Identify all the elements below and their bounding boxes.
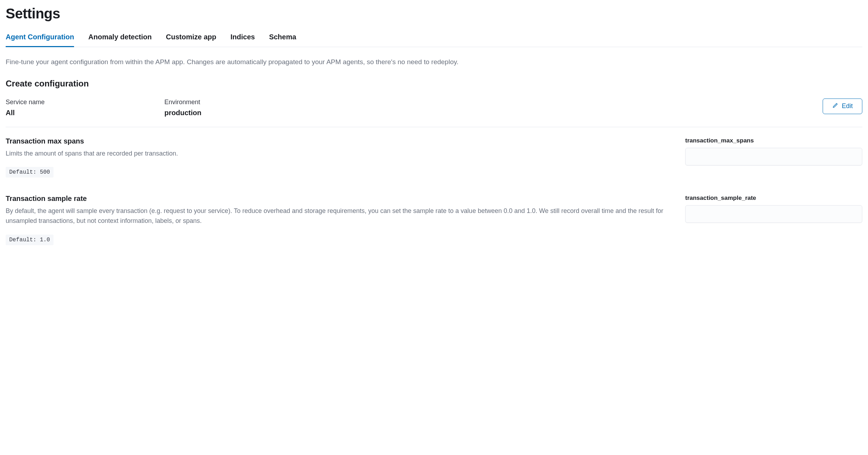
environment-label: Environment bbox=[164, 99, 806, 106]
tab-agent-configuration[interactable]: Agent Configuration bbox=[6, 33, 74, 47]
page-title: Settings bbox=[6, 6, 862, 22]
default-badge: Default: 1.0 bbox=[6, 235, 53, 245]
tab-indices[interactable]: Indices bbox=[230, 33, 255, 47]
setting-transaction-max-spans: Transaction max spans Limits the amount … bbox=[6, 137, 862, 178]
setting-title: Transaction max spans bbox=[6, 137, 668, 145]
service-name-value: All bbox=[6, 109, 147, 117]
config-summary: Service name All Environment production … bbox=[6, 99, 862, 127]
environment-value: production bbox=[164, 109, 806, 117]
environment-block: Environment production bbox=[164, 99, 806, 117]
settings-tabs: Agent Configuration Anomaly detection Cu… bbox=[6, 33, 862, 47]
setting-description: Limits the amount of spans that are reco… bbox=[6, 149, 668, 159]
service-name-block: Service name All bbox=[6, 99, 147, 117]
setting-title: Transaction sample rate bbox=[6, 195, 668, 203]
create-configuration-heading: Create configuration bbox=[6, 79, 862, 89]
tab-anomaly-detection[interactable]: Anomaly detection bbox=[88, 33, 152, 47]
setting-description: By default, the agent will sample every … bbox=[6, 206, 668, 226]
pencil-icon bbox=[832, 102, 838, 110]
intro-description: Fine-tune your agent configuration from … bbox=[6, 57, 862, 67]
service-name-label: Service name bbox=[6, 99, 147, 106]
field-label-transaction-max-spans: transaction_max_spans bbox=[685, 137, 862, 144]
transaction-sample-rate-input[interactable] bbox=[685, 205, 862, 223]
tab-customize-app[interactable]: Customize app bbox=[166, 33, 216, 47]
edit-button[interactable]: Edit bbox=[823, 99, 862, 114]
field-label-transaction-sample-rate: transaction_sample_rate bbox=[685, 195, 862, 202]
tab-schema[interactable]: Schema bbox=[269, 33, 296, 47]
setting-transaction-sample-rate: Transaction sample rate By default, the … bbox=[6, 195, 862, 245]
transaction-max-spans-input[interactable] bbox=[685, 148, 862, 165]
default-badge: Default: 500 bbox=[6, 167, 53, 178]
edit-button-label: Edit bbox=[842, 102, 853, 110]
